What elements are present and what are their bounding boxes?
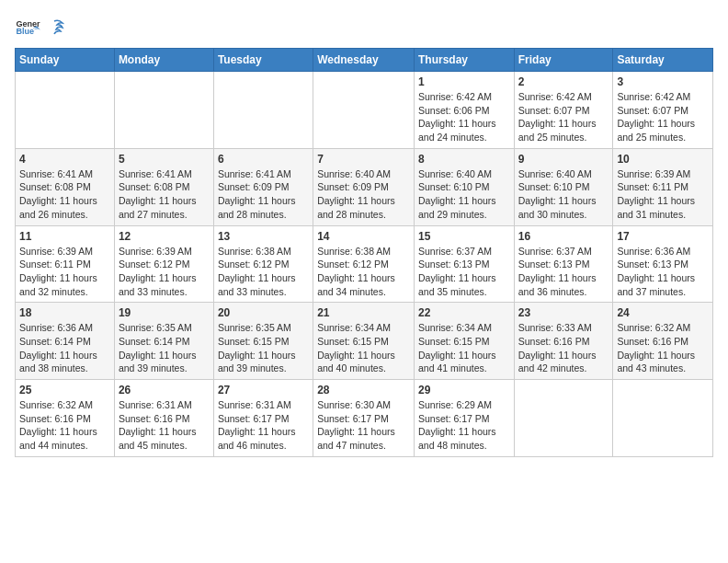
calendar-cell: 29Sunrise: 6:29 AMSunset: 6:17 PMDayligh… — [414, 380, 514, 457]
calendar-cell: 10Sunrise: 6:39 AMSunset: 6:11 PMDayligh… — [613, 148, 713, 225]
calendar-cell: 8Sunrise: 6:40 AMSunset: 6:10 PMDaylight… — [414, 148, 514, 225]
day-number: 15 — [418, 230, 510, 243]
day-number: 5 — [119, 153, 210, 166]
day-number: 22 — [418, 306, 510, 319]
day-number: 21 — [317, 306, 410, 319]
day-info: Sunrise: 6:40 AMSunset: 6:10 PMDaylight:… — [518, 167, 609, 222]
calendar-week-4: 18Sunrise: 6:36 AMSunset: 6:14 PMDayligh… — [16, 303, 713, 380]
day-number: 19 — [119, 306, 210, 319]
calendar-cell: 25Sunrise: 6:32 AMSunset: 6:16 PMDayligh… — [16, 380, 115, 457]
day-number: 29 — [418, 384, 510, 396]
day-number: 11 — [19, 230, 110, 243]
day-number: 3 — [617, 75, 709, 88]
day-info: Sunrise: 6:37 AMSunset: 6:13 PMDaylight:… — [518, 245, 609, 299]
day-info: Sunrise: 6:41 AMSunset: 6:09 PMDaylight:… — [218, 167, 309, 222]
day-number: 13 — [218, 230, 309, 243]
calendar-cell — [213, 72, 313, 149]
day-info: Sunrise: 6:40 AMSunset: 6:09 PMDaylight:… — [317, 167, 410, 222]
calendar-cell: 16Sunrise: 6:37 AMSunset: 6:13 PMDayligh… — [514, 225, 613, 303]
calendar-cell: 15Sunrise: 6:37 AMSunset: 6:13 PMDayligh… — [414, 225, 514, 303]
day-info: Sunrise: 6:37 AMSunset: 6:13 PMDaylight:… — [418, 245, 510, 299]
day-number: 9 — [518, 153, 609, 166]
calendar-cell: 22Sunrise: 6:34 AMSunset: 6:15 PMDayligh… — [414, 303, 514, 380]
day-number: 16 — [518, 230, 609, 243]
day-number: 26 — [119, 384, 210, 396]
calendar-cell: 14Sunrise: 6:38 AMSunset: 6:12 PMDayligh… — [313, 225, 415, 303]
day-info: Sunrise: 6:35 AMSunset: 6:14 PMDaylight:… — [119, 321, 210, 375]
calendar-cell: 17Sunrise: 6:36 AMSunset: 6:13 PMDayligh… — [613, 225, 713, 303]
calendar-header-sunday: Sunday — [16, 49, 115, 72]
day-info: Sunrise: 6:34 AMSunset: 6:15 PMDaylight:… — [418, 321, 510, 375]
day-info: Sunrise: 6:41 AMSunset: 6:08 PMDaylight:… — [119, 167, 210, 222]
calendar-cell: 2Sunrise: 6:42 AMSunset: 6:07 PMDaylight… — [514, 72, 613, 149]
header: General Blue — [15, 15, 713, 40]
calendar-cell: 3Sunrise: 6:42 AMSunset: 6:07 PMDaylight… — [613, 72, 713, 149]
calendar-cell — [514, 380, 613, 457]
day-info: Sunrise: 6:39 AMSunset: 6:12 PMDaylight:… — [119, 245, 210, 299]
day-info: Sunrise: 6:39 AMSunset: 6:11 PMDaylight:… — [617, 167, 709, 222]
day-number: 28 — [317, 384, 410, 396]
day-info: Sunrise: 6:36 AMSunset: 6:14 PMDaylight:… — [19, 321, 110, 375]
calendar-cell: 1Sunrise: 6:42 AMSunset: 6:06 PMDaylight… — [414, 72, 514, 149]
calendar-week-5: 25Sunrise: 6:32 AMSunset: 6:16 PMDayligh… — [16, 380, 713, 457]
logo: General Blue — [15, 15, 64, 40]
day-info: Sunrise: 6:41 AMSunset: 6:08 PMDaylight:… — [19, 167, 110, 222]
calendar-cell: 18Sunrise: 6:36 AMSunset: 6:14 PMDayligh… — [16, 303, 115, 380]
day-info: Sunrise: 6:35 AMSunset: 6:15 PMDaylight:… — [218, 321, 309, 375]
calendar-cell: 5Sunrise: 6:41 AMSunset: 6:08 PMDaylight… — [114, 148, 213, 225]
calendar-header-row: SundayMondayTuesdayWednesdayThursdayFrid… — [16, 49, 713, 72]
day-number: 6 — [218, 153, 309, 166]
day-number: 18 — [19, 306, 110, 319]
calendar-cell: 6Sunrise: 6:41 AMSunset: 6:09 PMDaylight… — [213, 148, 313, 225]
calendar-cell: 21Sunrise: 6:34 AMSunset: 6:15 PMDayligh… — [313, 303, 415, 380]
day-number: 14 — [317, 230, 410, 243]
calendar-cell — [16, 72, 115, 149]
day-number: 8 — [418, 153, 510, 166]
day-info: Sunrise: 6:34 AMSunset: 6:15 PMDaylight:… — [317, 321, 410, 375]
calendar-header-monday: Monday — [114, 49, 213, 72]
calendar-header-wednesday: Wednesday — [313, 49, 415, 72]
day-number: 1 — [418, 75, 510, 88]
day-number: 24 — [617, 306, 709, 319]
day-info: Sunrise: 6:42 AMSunset: 6:06 PMDaylight:… — [418, 90, 510, 144]
day-number: 10 — [617, 153, 709, 166]
day-info: Sunrise: 6:39 AMSunset: 6:11 PMDaylight:… — [19, 245, 110, 299]
calendar-header-tuesday: Tuesday — [213, 49, 313, 72]
calendar-cell: 11Sunrise: 6:39 AMSunset: 6:11 PMDayligh… — [16, 225, 115, 303]
day-info: Sunrise: 6:32 AMSunset: 6:16 PMDaylight:… — [617, 321, 709, 375]
day-info: Sunrise: 6:29 AMSunset: 6:17 PMDaylight:… — [418, 398, 510, 453]
calendar-header-thursday: Thursday — [414, 49, 514, 72]
day-info: Sunrise: 6:36 AMSunset: 6:13 PMDaylight:… — [617, 245, 709, 299]
calendar-cell: 13Sunrise: 6:38 AMSunset: 6:12 PMDayligh… — [213, 225, 313, 303]
day-number: 17 — [617, 230, 709, 243]
calendar-cell: 4Sunrise: 6:41 AMSunset: 6:08 PMDaylight… — [16, 148, 115, 225]
calendar-cell: 12Sunrise: 6:39 AMSunset: 6:12 PMDayligh… — [114, 225, 213, 303]
logo-bird-icon — [44, 17, 64, 38]
day-number: 2 — [518, 75, 609, 88]
calendar-cell: 19Sunrise: 6:35 AMSunset: 6:14 PMDayligh… — [114, 303, 213, 380]
calendar-cell: 28Sunrise: 6:30 AMSunset: 6:17 PMDayligh… — [313, 380, 415, 457]
calendar-cell: 9Sunrise: 6:40 AMSunset: 6:10 PMDaylight… — [514, 148, 613, 225]
day-info: Sunrise: 6:42 AMSunset: 6:07 PMDaylight:… — [518, 90, 609, 144]
calendar-header-saturday: Saturday — [613, 49, 713, 72]
calendar-cell: 20Sunrise: 6:35 AMSunset: 6:15 PMDayligh… — [213, 303, 313, 380]
day-number: 25 — [19, 384, 110, 396]
calendar-header-friday: Friday — [514, 49, 613, 72]
calendar-cell: 23Sunrise: 6:33 AMSunset: 6:16 PMDayligh… — [514, 303, 613, 380]
calendar-cell — [613, 380, 713, 457]
day-number: 12 — [119, 230, 210, 243]
day-info: Sunrise: 6:30 AMSunset: 6:17 PMDaylight:… — [317, 398, 410, 453]
calendar-week-2: 4Sunrise: 6:41 AMSunset: 6:08 PMDaylight… — [16, 148, 713, 225]
calendar-cell: 27Sunrise: 6:31 AMSunset: 6:17 PMDayligh… — [213, 380, 313, 457]
day-info: Sunrise: 6:40 AMSunset: 6:10 PMDaylight:… — [418, 167, 510, 222]
day-number: 7 — [317, 153, 410, 166]
svg-text:Blue: Blue — [16, 27, 34, 36]
day-info: Sunrise: 6:38 AMSunset: 6:12 PMDaylight:… — [218, 245, 309, 299]
calendar-cell: 24Sunrise: 6:32 AMSunset: 6:16 PMDayligh… — [613, 303, 713, 380]
calendar-cell: 26Sunrise: 6:31 AMSunset: 6:16 PMDayligh… — [114, 380, 213, 457]
calendar-week-1: 1Sunrise: 6:42 AMSunset: 6:06 PMDaylight… — [16, 72, 713, 149]
calendar-week-3: 11Sunrise: 6:39 AMSunset: 6:11 PMDayligh… — [16, 225, 713, 303]
day-info: Sunrise: 6:32 AMSunset: 6:16 PMDaylight:… — [19, 398, 110, 453]
day-number: 23 — [518, 306, 609, 319]
day-info: Sunrise: 6:31 AMSunset: 6:16 PMDaylight:… — [119, 398, 210, 453]
